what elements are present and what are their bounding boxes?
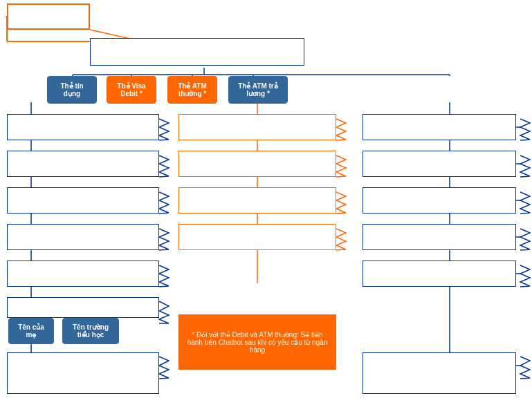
note-box: * Đối với thẻ Debit và ATM thường: Sẽ ti… [178,314,336,370]
tag-tin-dung[interactable]: Thẻ tín dụng [47,76,97,104]
tag-atm-thuong[interactable]: Thẻ ATM thường * [167,76,217,104]
center-box-4 [178,224,336,250]
center-box-3 [178,187,336,214]
main-header-box [90,38,304,66]
diagram-container: Thẻ tín dụng Thẻ Visa Debit * Thẻ ATM th… [0,0,532,407]
tag-atm-tra-luong[interactable]: Thẻ ATM trả lương * [228,76,288,104]
center-box-1 [178,114,336,140]
right-box-3 [363,187,516,214]
tag-ten-me[interactable]: Tên của mẹ [8,318,54,344]
tag-ten-truong[interactable]: Tên trường tiểu học [62,318,119,344]
center-box-2 [178,151,336,177]
left-box-4 [7,224,159,250]
left-box-1 [7,114,159,140]
right-box-5 [363,261,516,287]
top-logo-box [7,3,90,30]
left-box-5 [7,261,159,287]
left-box-6 [7,297,159,318]
left-box-2 [7,151,159,177]
right-box-2 [363,151,516,177]
right-box-4 [363,224,516,250]
tag-visa-debit[interactable]: Thẻ Visa Debit * [107,76,156,104]
left-box-7 [7,352,159,394]
right-box-6 [363,352,516,394]
right-box-1 [363,114,516,140]
left-box-3 [7,187,159,214]
